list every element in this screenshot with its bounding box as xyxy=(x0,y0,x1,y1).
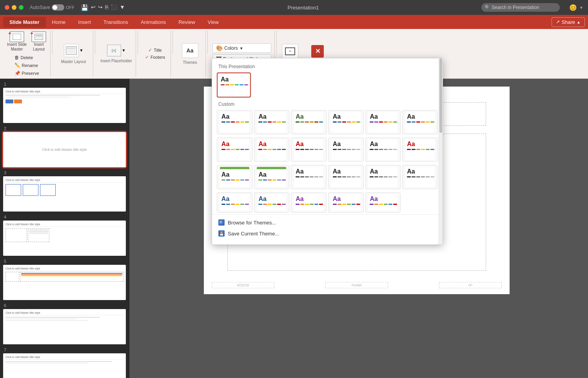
theme-custom-7[interactable]: Aa xyxy=(217,137,252,162)
master-layout-label: Master Layout xyxy=(61,60,86,64)
tab-home[interactable]: Home xyxy=(46,17,72,27)
ribbon-group-title-footers: ✓ Title ✓ Footers xyxy=(140,31,171,77)
slide-number-3: 3 xyxy=(3,170,126,175)
slide-item-6[interactable]: 6 Click to edit Master title style xyxy=(3,303,126,344)
slide-thumbnail-5[interactable]: Click to edit Master title style xyxy=(3,265,126,300)
slide-inner-3: Click to edit Master title style xyxy=(3,176,126,212)
slide-item-1[interactable]: 1 Click to edit Master title style xyxy=(3,82,126,123)
preserve-button[interactable]: 📌 Preserve xyxy=(13,70,41,77)
master-layout-dropdown-arrow[interactable]: ▼ xyxy=(80,48,83,52)
theme-custom-5[interactable]: Aa xyxy=(365,110,401,134)
theme-custom-17[interactable]: Aa xyxy=(365,165,401,189)
theme-preview-14: Aa xyxy=(257,167,286,187)
slide-item-7[interactable]: 7 Click to edit Master title style xyxy=(3,347,126,378)
titlebar: AutoSave OFF 💾 ↩ ↪ ⎘ ⬛ ▼ Presentation1 🔍… xyxy=(0,0,588,15)
slide-item-5[interactable]: 5 Click to edit Master title style xyxy=(3,259,126,300)
slide-footer-date: 6/22/18 xyxy=(212,282,274,288)
theme-current-preview: Aa xyxy=(219,75,249,95)
slide-panel[interactable]: 1 Click to edit Master title style xyxy=(0,79,129,378)
theme-custom-22[interactable]: Aa xyxy=(328,192,364,213)
theme-custom-8[interactable]: Aa xyxy=(254,137,290,162)
tab-slide-master[interactable]: Slide Master xyxy=(3,17,46,27)
theme-custom-2[interactable]: Aa xyxy=(254,110,290,134)
theme-custom-12[interactable]: Aa xyxy=(402,137,438,162)
slide-thumbnail-1[interactable]: Click to edit Master title style xyxy=(3,88,126,123)
tab-animations[interactable]: Animations xyxy=(134,17,172,27)
theme-custom-6[interactable]: Aa xyxy=(402,110,438,134)
minimize-window-button[interactable] xyxy=(12,5,16,10)
tab-view[interactable]: View xyxy=(201,17,225,27)
dropdown-scrollbar[interactable] xyxy=(439,58,443,244)
theme-custom-11[interactable]: Aa xyxy=(365,137,401,162)
slide-inner-1: Click to edit Master title style xyxy=(3,88,126,123)
theme-current-aa: Aa xyxy=(221,76,229,83)
colors-swatch-icon: 🎨 xyxy=(216,45,223,51)
title-checkbox[interactable]: ✓ Title xyxy=(148,47,162,53)
theme-custom-23[interactable]: Aa xyxy=(365,192,401,213)
slide-title-4: Click to edit Master title style xyxy=(5,223,123,227)
slide-thumbnail-7[interactable]: Click to edit Master title style xyxy=(3,353,126,378)
insert-slide-master-button[interactable]: + Insert SlideMaster xyxy=(6,31,27,52)
chevron-icon: ▼ xyxy=(579,5,583,10)
footers-checkbox[interactable]: ✓ Footers xyxy=(145,54,165,60)
share-label: Share xyxy=(561,19,575,25)
browse-themes-button[interactable]: 🔍 Browse for Themes... xyxy=(218,218,436,227)
close-master-button[interactable]: ✕ xyxy=(311,45,324,58)
theme-custom-16[interactable]: Aa xyxy=(328,165,364,189)
theme-custom-15[interactable]: Aa xyxy=(291,165,327,189)
duplicate-icon[interactable]: ⎘ xyxy=(105,4,108,11)
theme-preview-5: Aa xyxy=(368,112,397,132)
slide-size-button[interactable]: ⇔ xyxy=(282,44,298,59)
tab-transitions[interactable]: Transitions xyxy=(97,17,134,27)
close-window-button[interactable] xyxy=(5,5,9,10)
theme-custom-9[interactable]: Aa xyxy=(291,137,327,162)
autosave-toggle[interactable] xyxy=(52,4,64,11)
slide-title-3: Click to edit Master title style xyxy=(5,179,123,183)
slide-item-4[interactable]: 4 Click to edit Master title style xyxy=(3,215,126,256)
theme-custom-14[interactable]: Aa xyxy=(254,165,290,189)
rename-button[interactable]: ✏️ Rename xyxy=(13,62,40,69)
theme-custom-20[interactable]: Aa xyxy=(254,192,290,213)
share-button[interactable]: ↗ Share ▲ xyxy=(552,17,585,27)
theme-custom-10[interactable]: Aa xyxy=(328,137,364,162)
theme-preview-12: Aa xyxy=(405,139,435,160)
tab-review[interactable]: Review xyxy=(172,17,201,27)
theme-preview-6: Aa xyxy=(405,112,435,132)
theme-bars-2 xyxy=(258,121,286,123)
theme-custom-19[interactable]: Aa xyxy=(217,192,252,213)
delete-button[interactable]: 🗑 Delete xyxy=(13,54,35,61)
slide-inner-6: Click to edit Master title style xyxy=(3,309,126,344)
tab-insert[interactable]: Insert xyxy=(72,17,97,27)
theme-button[interactable]: Aa xyxy=(182,43,198,58)
slide-footer-page: ‹#› xyxy=(439,282,502,288)
layout-icon[interactable]: ⬛ xyxy=(111,4,117,11)
autosave-label: AutoSave xyxy=(30,5,50,10)
theme-current[interactable]: Aa xyxy=(217,72,251,98)
save-theme-button[interactable]: 💾 Save Current Theme... xyxy=(218,229,436,238)
slide-thumbnail-6[interactable]: Click to edit Master title style xyxy=(3,309,126,344)
theme-custom-1[interactable]: Aa xyxy=(217,110,252,134)
theme-bars-5 xyxy=(370,121,397,123)
maximize-window-button[interactable] xyxy=(19,5,24,10)
placeholder-dropdown-arrow[interactable]: ▼ xyxy=(122,48,126,52)
more-icon[interactable]: ▼ xyxy=(120,4,125,11)
save-icon[interactable]: 💾 xyxy=(81,4,89,11)
search-input[interactable] xyxy=(481,3,560,12)
undo-arrow-icon[interactable]: ↪ xyxy=(98,4,103,11)
insert-layout-button[interactable]: + InsertLayout xyxy=(31,31,47,52)
slide-thumbnail-2[interactable]: Click to edit Master title style xyxy=(3,132,126,167)
slide-thumbnail-3[interactable]: Click to edit Master title style xyxy=(3,176,126,212)
theme-custom-13[interactable]: Aa xyxy=(217,165,252,189)
undo-icon[interactable]: ↩ xyxy=(91,4,96,11)
colors-button[interactable]: 🎨 Colors ▼ xyxy=(212,43,271,53)
theme-custom-18[interactable]: Aa xyxy=(402,165,438,189)
theme-custom-21[interactable]: Aa xyxy=(291,192,327,213)
theme-bars-19 xyxy=(221,204,249,205)
slide-thumbnail-4[interactable]: Click to edit Master title style xyxy=(3,221,126,256)
theme-bars-8 xyxy=(258,149,286,150)
slide-item-2[interactable]: 2 Click to edit Master title style xyxy=(3,126,126,167)
theme-custom-4[interactable]: Aa xyxy=(328,110,364,134)
slide-item-3[interactable]: 3 Click to edit Master title style xyxy=(3,170,126,212)
theme-custom-3[interactable]: Aa xyxy=(291,110,327,134)
theme-bars-13 xyxy=(221,179,249,181)
